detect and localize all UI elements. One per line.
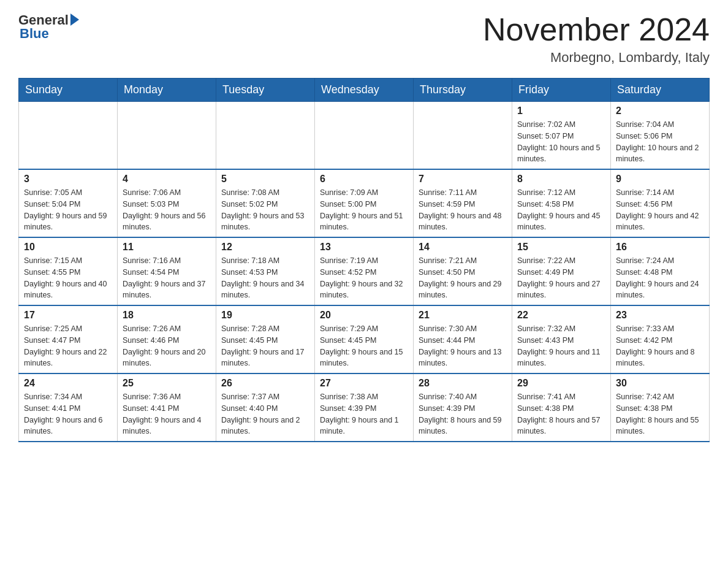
day-info: Sunrise: 7:41 AM Sunset: 4:38 PM Dayligh… [517,391,605,437]
calendar-cell [315,102,414,170]
calendar-cell: 19Sunrise: 7:28 AM Sunset: 4:45 PM Dayli… [216,305,315,373]
calendar-cell: 24Sunrise: 7:34 AM Sunset: 4:41 PM Dayli… [19,373,118,442]
day-info: Sunrise: 7:12 AM Sunset: 4:58 PM Dayligh… [517,187,605,233]
day-number: 15 [517,242,605,253]
logo-blue-text: Blue [20,26,49,42]
calendar-table: SundayMondayTuesdayWednesdayThursdayFrid… [18,78,710,442]
day-number: 11 [123,242,211,253]
calendar-cell: 14Sunrise: 7:21 AM Sunset: 4:50 PM Dayli… [414,237,512,305]
day-number: 27 [320,378,408,389]
calendar-week-5: 24Sunrise: 7:34 AM Sunset: 4:41 PM Dayli… [19,373,710,442]
logo-arrow-icon [70,13,79,26]
day-number: 28 [419,378,507,389]
calendar-cell: 8Sunrise: 7:12 AM Sunset: 4:58 PM Daylig… [512,169,611,237]
calendar-cell: 23Sunrise: 7:33 AM Sunset: 4:42 PM Dayli… [611,305,710,373]
calendar-cell: 5Sunrise: 7:08 AM Sunset: 5:02 PM Daylig… [216,169,315,237]
calendar-cell: 11Sunrise: 7:16 AM Sunset: 4:54 PM Dayli… [118,237,216,305]
day-number: 5 [221,174,309,185]
calendar-cell [19,102,118,170]
title-block: November 2024 Morbegno, Lombardy, Italy [483,12,710,66]
day-info: Sunrise: 7:08 AM Sunset: 5:02 PM Dayligh… [221,187,309,233]
day-number: 23 [616,310,704,321]
day-info: Sunrise: 7:34 AM Sunset: 4:41 PM Dayligh… [24,391,112,437]
day-number: 9 [616,174,704,185]
weekday-header-friday: Friday [512,79,611,102]
day-info: Sunrise: 7:19 AM Sunset: 4:52 PM Dayligh… [320,255,408,301]
day-info: Sunrise: 7:30 AM Sunset: 4:44 PM Dayligh… [419,323,507,369]
day-info: Sunrise: 7:16 AM Sunset: 4:54 PM Dayligh… [123,255,211,301]
calendar-cell: 7Sunrise: 7:11 AM Sunset: 4:59 PM Daylig… [414,169,512,237]
calendar-cell: 4Sunrise: 7:06 AM Sunset: 5:03 PM Daylig… [118,169,216,237]
calendar-week-1: 1Sunrise: 7:02 AM Sunset: 5:07 PM Daylig… [19,102,710,170]
calendar-week-4: 17Sunrise: 7:25 AM Sunset: 4:47 PM Dayli… [19,305,710,373]
calendar-cell: 26Sunrise: 7:37 AM Sunset: 4:40 PM Dayli… [216,373,315,442]
day-number: 2 [616,105,704,117]
day-info: Sunrise: 7:06 AM Sunset: 5:03 PM Dayligh… [123,187,211,233]
calendar-cell: 6Sunrise: 7:09 AM Sunset: 5:00 PM Daylig… [315,169,414,237]
day-number: 1 [517,105,605,117]
calendar-cell: 15Sunrise: 7:22 AM Sunset: 4:49 PM Dayli… [512,237,611,305]
day-info: Sunrise: 7:11 AM Sunset: 4:59 PM Dayligh… [419,187,507,233]
day-info: Sunrise: 7:38 AM Sunset: 4:39 PM Dayligh… [320,391,408,437]
calendar-week-3: 10Sunrise: 7:15 AM Sunset: 4:55 PM Dayli… [19,237,710,305]
location-text: Morbegno, Lombardy, Italy [483,50,710,66]
day-info: Sunrise: 7:33 AM Sunset: 4:42 PM Dayligh… [616,323,704,369]
day-info: Sunrise: 7:28 AM Sunset: 4:45 PM Dayligh… [221,323,309,369]
day-number: 18 [123,310,211,321]
day-number: 26 [221,378,309,389]
weekday-header-thursday: Thursday [414,79,512,102]
calendar-cell [118,102,216,170]
calendar-cell: 1Sunrise: 7:02 AM Sunset: 5:07 PM Daylig… [512,102,611,170]
calendar-week-2: 3Sunrise: 7:05 AM Sunset: 5:04 PM Daylig… [19,169,710,237]
day-number: 19 [221,310,309,321]
logo: General Blue [18,12,79,42]
calendar-cell: 30Sunrise: 7:42 AM Sunset: 4:38 PM Dayli… [611,373,710,442]
day-number: 12 [221,242,309,253]
day-number: 25 [123,378,211,389]
day-info: Sunrise: 7:14 AM Sunset: 4:56 PM Dayligh… [616,187,704,233]
calendar-cell: 10Sunrise: 7:15 AM Sunset: 4:55 PM Dayli… [19,237,118,305]
day-info: Sunrise: 7:40 AM Sunset: 4:39 PM Dayligh… [419,391,507,437]
day-number: 14 [419,242,507,253]
day-info: Sunrise: 7:32 AM Sunset: 4:43 PM Dayligh… [517,323,605,369]
day-number: 3 [24,174,112,185]
weekday-header-monday: Monday [118,79,216,102]
weekday-header-sunday: Sunday [19,79,118,102]
day-number: 4 [123,174,211,185]
calendar-cell: 12Sunrise: 7:18 AM Sunset: 4:53 PM Dayli… [216,237,315,305]
day-info: Sunrise: 7:26 AM Sunset: 4:46 PM Dayligh… [123,323,211,369]
calendar-cell: 22Sunrise: 7:32 AM Sunset: 4:43 PM Dayli… [512,305,611,373]
calendar-cell: 28Sunrise: 7:40 AM Sunset: 4:39 PM Dayli… [414,373,512,442]
calendar-cell [216,102,315,170]
calendar-cell: 27Sunrise: 7:38 AM Sunset: 4:39 PM Dayli… [315,373,414,442]
calendar-cell: 17Sunrise: 7:25 AM Sunset: 4:47 PM Dayli… [19,305,118,373]
day-info: Sunrise: 7:18 AM Sunset: 4:53 PM Dayligh… [221,255,309,301]
day-number: 21 [419,310,507,321]
page-header: General Blue November 2024 Morbegno, Lom… [18,12,710,66]
calendar-cell: 2Sunrise: 7:04 AM Sunset: 5:06 PM Daylig… [611,102,710,170]
weekday-header-tuesday: Tuesday [216,79,315,102]
day-number: 22 [517,310,605,321]
day-info: Sunrise: 7:09 AM Sunset: 5:00 PM Dayligh… [320,187,408,233]
day-number: 13 [320,242,408,253]
day-number: 6 [320,174,408,185]
calendar-cell: 21Sunrise: 7:30 AM Sunset: 4:44 PM Dayli… [414,305,512,373]
calendar-cell: 25Sunrise: 7:36 AM Sunset: 4:41 PM Dayli… [118,373,216,442]
day-info: Sunrise: 7:36 AM Sunset: 4:41 PM Dayligh… [123,391,211,437]
day-info: Sunrise: 7:21 AM Sunset: 4:50 PM Dayligh… [419,255,507,301]
calendar-cell: 18Sunrise: 7:26 AM Sunset: 4:46 PM Dayli… [118,305,216,373]
calendar-cell: 13Sunrise: 7:19 AM Sunset: 4:52 PM Dayli… [315,237,414,305]
calendar-cell: 16Sunrise: 7:24 AM Sunset: 4:48 PM Dayli… [611,237,710,305]
day-number: 7 [419,174,507,185]
day-number: 30 [616,378,704,389]
day-info: Sunrise: 7:29 AM Sunset: 4:45 PM Dayligh… [320,323,408,369]
weekday-header-wednesday: Wednesday [315,79,414,102]
day-info: Sunrise: 7:05 AM Sunset: 5:04 PM Dayligh… [24,187,112,233]
day-info: Sunrise: 7:15 AM Sunset: 4:55 PM Dayligh… [24,255,112,301]
day-info: Sunrise: 7:24 AM Sunset: 4:48 PM Dayligh… [616,255,704,301]
day-info: Sunrise: 7:22 AM Sunset: 4:49 PM Dayligh… [517,255,605,301]
weekday-header-saturday: Saturday [611,79,710,102]
day-info: Sunrise: 7:42 AM Sunset: 4:38 PM Dayligh… [616,391,704,437]
calendar-cell: 9Sunrise: 7:14 AM Sunset: 4:56 PM Daylig… [611,169,710,237]
day-number: 20 [320,310,408,321]
